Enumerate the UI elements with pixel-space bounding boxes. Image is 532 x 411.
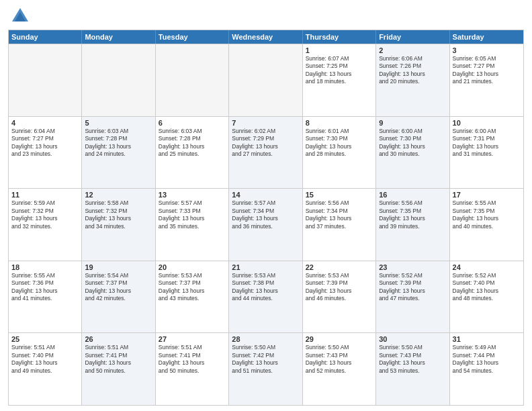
logo-icon: [11, 7, 30, 26]
day-info: Sunrise: 6:01 AM Sunset: 7:30 PM Dayligh…: [306, 128, 373, 158]
calendar-cell: 8Sunrise: 6:01 AM Sunset: 7:30 PM Daylig…: [303, 117, 376, 189]
day-info: Sunrise: 5:50 AM Sunset: 7:43 PM Dayligh…: [379, 344, 446, 375]
day-number: 11: [11, 191, 79, 199]
calendar-cell: [82, 44, 155, 116]
calendar-cell: 17Sunrise: 5:55 AM Sunset: 7:35 PM Dayli…: [450, 189, 523, 261]
day-number: 2: [379, 46, 446, 54]
calendar: SundayMondayTuesdayWednesdayThursdayFrid…: [8, 30, 524, 406]
day-number: 31: [453, 335, 521, 343]
logo: [8, 7, 30, 26]
calendar-cell: 6Sunrise: 6:03 AM Sunset: 7:28 PM Daylig…: [156, 117, 229, 189]
calendar-cell: 29Sunrise: 5:50 AM Sunset: 7:43 PM Dayli…: [303, 333, 376, 405]
calendar-cell: 24Sunrise: 5:52 AM Sunset: 7:40 PM Dayli…: [450, 261, 523, 333]
day-number: 8: [306, 119, 373, 127]
day-number: 18: [11, 263, 79, 271]
calendar-cell: 11Sunrise: 5:59 AM Sunset: 7:32 PM Dayli…: [9, 189, 82, 261]
weekday-header: Saturday: [450, 30, 523, 44]
day-number: 28: [232, 335, 299, 343]
day-info: Sunrise: 6:05 AM Sunset: 7:27 PM Dayligh…: [453, 55, 521, 86]
calendar-row: 18Sunrise: 5:55 AM Sunset: 7:36 PM Dayli…: [9, 261, 523, 333]
day-number: 7: [232, 119, 299, 127]
day-number: 20: [159, 263, 226, 271]
calendar-row: 1Sunrise: 6:07 AM Sunset: 7:25 PM Daylig…: [9, 44, 523, 116]
day-info: Sunrise: 5:53 AM Sunset: 7:38 PM Dayligh…: [232, 272, 299, 303]
weekday-header: Wednesday: [229, 30, 302, 44]
day-info: Sunrise: 5:59 AM Sunset: 7:32 PM Dayligh…: [11, 199, 79, 230]
day-info: Sunrise: 6:00 AM Sunset: 7:31 PM Dayligh…: [453, 128, 521, 158]
day-number: 30: [379, 335, 446, 343]
day-info: Sunrise: 6:03 AM Sunset: 7:28 PM Dayligh…: [159, 128, 226, 158]
day-number: 27: [159, 335, 226, 343]
day-info: Sunrise: 6:03 AM Sunset: 7:28 PM Dayligh…: [85, 128, 152, 158]
calendar-cell: 18Sunrise: 5:55 AM Sunset: 7:36 PM Dayli…: [9, 261, 82, 333]
calendar-cell: 23Sunrise: 5:52 AM Sunset: 7:39 PM Dayli…: [376, 261, 449, 333]
day-number: 17: [453, 191, 521, 199]
calendar-cell: 5Sunrise: 6:03 AM Sunset: 7:28 PM Daylig…: [82, 117, 155, 189]
day-number: 22: [306, 263, 373, 271]
day-info: Sunrise: 5:51 AM Sunset: 7:40 PM Dayligh…: [11, 344, 79, 375]
day-info: Sunrise: 5:51 AM Sunset: 7:41 PM Dayligh…: [159, 344, 226, 375]
day-info: Sunrise: 5:52 AM Sunset: 7:40 PM Dayligh…: [453, 272, 521, 303]
calendar-cell: [156, 44, 229, 116]
calendar-row: 11Sunrise: 5:59 AM Sunset: 7:32 PM Dayli…: [9, 188, 523, 261]
calendar-cell: 7Sunrise: 6:02 AM Sunset: 7:29 PM Daylig…: [229, 117, 302, 189]
day-info: Sunrise: 5:50 AM Sunset: 7:42 PM Dayligh…: [232, 344, 299, 375]
calendar-cell: 25Sunrise: 5:51 AM Sunset: 7:40 PM Dayli…: [9, 333, 82, 405]
day-number: 3: [453, 46, 521, 54]
calendar-cell: 20Sunrise: 5:53 AM Sunset: 7:37 PM Dayli…: [156, 261, 229, 333]
page-container: SundayMondayTuesdayWednesdayThursdayFrid…: [0, 0, 532, 411]
calendar-cell: 28Sunrise: 5:50 AM Sunset: 7:42 PM Dayli…: [229, 333, 302, 405]
day-info: Sunrise: 5:49 AM Sunset: 7:44 PM Dayligh…: [453, 344, 521, 375]
day-info: Sunrise: 6:06 AM Sunset: 7:26 PM Dayligh…: [379, 55, 446, 86]
calendar-cell: 1Sunrise: 6:07 AM Sunset: 7:25 PM Daylig…: [303, 44, 376, 116]
calendar-cell: 9Sunrise: 6:00 AM Sunset: 7:30 PM Daylig…: [376, 117, 449, 189]
day-info: Sunrise: 6:02 AM Sunset: 7:29 PM Dayligh…: [232, 128, 299, 158]
day-info: Sunrise: 5:50 AM Sunset: 7:43 PM Dayligh…: [306, 344, 373, 375]
day-info: Sunrise: 5:57 AM Sunset: 7:34 PM Dayligh…: [232, 199, 299, 230]
day-info: Sunrise: 5:57 AM Sunset: 7:33 PM Dayligh…: [159, 199, 226, 230]
day-info: Sunrise: 5:53 AM Sunset: 7:37 PM Dayligh…: [159, 272, 226, 303]
day-number: 24: [453, 263, 521, 271]
weekday-header: Sunday: [9, 30, 82, 44]
day-info: Sunrise: 6:04 AM Sunset: 7:27 PM Dayligh…: [11, 128, 79, 158]
day-number: 6: [159, 119, 226, 127]
day-number: 12: [85, 191, 152, 199]
day-number: 29: [306, 335, 373, 343]
day-info: Sunrise: 5:55 AM Sunset: 7:35 PM Dayligh…: [453, 199, 521, 230]
day-number: 15: [306, 191, 373, 199]
calendar-cell: 4Sunrise: 6:04 AM Sunset: 7:27 PM Daylig…: [9, 117, 82, 189]
calendar-cell: 2Sunrise: 6:06 AM Sunset: 7:26 PM Daylig…: [376, 44, 449, 116]
calendar-header: SundayMondayTuesdayWednesdayThursdayFrid…: [9, 30, 523, 44]
calendar-cell: 14Sunrise: 5:57 AM Sunset: 7:34 PM Dayli…: [229, 189, 302, 261]
day-info: Sunrise: 5:56 AM Sunset: 7:35 PM Dayligh…: [379, 199, 446, 230]
calendar-cell: 27Sunrise: 5:51 AM Sunset: 7:41 PM Dayli…: [156, 333, 229, 405]
weekday-header: Tuesday: [156, 30, 229, 44]
calendar-cell: 16Sunrise: 5:56 AM Sunset: 7:35 PM Dayli…: [376, 189, 449, 261]
day-number: 5: [85, 119, 152, 127]
calendar-cell: 13Sunrise: 5:57 AM Sunset: 7:33 PM Dayli…: [156, 189, 229, 261]
calendar-cell: 22Sunrise: 5:53 AM Sunset: 7:39 PM Dayli…: [303, 261, 376, 333]
header: [8, 7, 524, 26]
day-info: Sunrise: 5:55 AM Sunset: 7:36 PM Dayligh…: [11, 272, 79, 303]
calendar-cell: 21Sunrise: 5:53 AM Sunset: 7:38 PM Dayli…: [229, 261, 302, 333]
day-number: 14: [232, 191, 299, 199]
day-number: 13: [159, 191, 226, 199]
calendar-cell: 19Sunrise: 5:54 AM Sunset: 7:37 PM Dayli…: [82, 261, 155, 333]
weekday-header: Friday: [376, 30, 449, 44]
day-info: Sunrise: 6:07 AM Sunset: 7:25 PM Dayligh…: [306, 55, 373, 86]
calendar-cell: [229, 44, 302, 116]
day-number: 10: [453, 119, 521, 127]
calendar-row: 4Sunrise: 6:04 AM Sunset: 7:27 PM Daylig…: [9, 116, 523, 189]
day-number: 1: [306, 46, 373, 54]
calendar-cell: 3Sunrise: 6:05 AM Sunset: 7:27 PM Daylig…: [450, 44, 523, 116]
weekday-header: Monday: [82, 30, 155, 44]
day-info: Sunrise: 5:53 AM Sunset: 7:39 PM Dayligh…: [306, 272, 373, 303]
day-info: Sunrise: 5:56 AM Sunset: 7:34 PM Dayligh…: [306, 199, 373, 230]
day-number: 16: [379, 191, 446, 199]
calendar-row: 25Sunrise: 5:51 AM Sunset: 7:40 PM Dayli…: [9, 332, 523, 405]
calendar-cell: 12Sunrise: 5:58 AM Sunset: 7:32 PM Dayli…: [82, 189, 155, 261]
day-number: 21: [232, 263, 299, 271]
calendar-cell: 15Sunrise: 5:56 AM Sunset: 7:34 PM Dayli…: [303, 189, 376, 261]
day-number: 4: [11, 119, 79, 127]
calendar-body: 1Sunrise: 6:07 AM Sunset: 7:25 PM Daylig…: [9, 44, 523, 405]
